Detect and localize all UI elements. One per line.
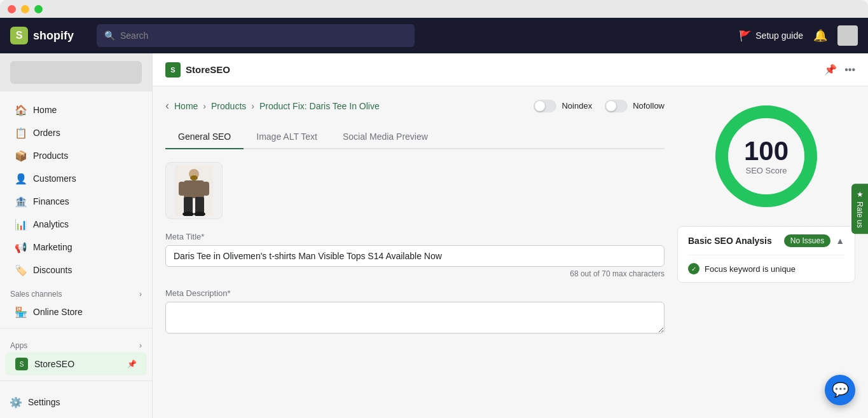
sidebar-item-finances[interactable]: 🏦 Finances bbox=[5, 191, 147, 212]
score-label: SEO Score bbox=[744, 166, 789, 175]
tab-image-alt-text[interactable]: Image ALT Text bbox=[244, 125, 330, 149]
meta-description-textarea[interactable] bbox=[165, 302, 665, 334]
maximize-btn[interactable] bbox=[34, 5, 43, 13]
sidebar-online-store-label: Online Store bbox=[33, 307, 83, 317]
seo-analysis-header: Basic SEO Analysis No Issues ▲ bbox=[688, 234, 844, 247]
app-badge: S StoreSEO bbox=[165, 62, 230, 78]
sidebar-item-storeseo[interactable]: S StoreSEO 📌 bbox=[5, 353, 147, 375]
meta-title-input[interactable] bbox=[165, 245, 665, 267]
top-navigation: S shopify 🔍 🚩 Setup guide 🔔 bbox=[0, 18, 868, 53]
nofollow-toggle-group: Nofollow bbox=[605, 100, 665, 112]
notifications-bell-icon[interactable]: 🔔 bbox=[813, 29, 827, 43]
score-number: 100 bbox=[744, 138, 789, 165]
breadcrumb-home[interactable]: Home bbox=[174, 101, 198, 111]
flag-icon: 🚩 bbox=[739, 30, 752, 42]
sidebar-item-home[interactable]: 🏠 Home bbox=[5, 99, 147, 121]
store-box bbox=[10, 61, 142, 84]
marketing-icon: 📢 bbox=[15, 241, 27, 253]
svg-rect-3 bbox=[184, 180, 204, 198]
sidebar-item-online-store[interactable]: 🏪 Online Store bbox=[5, 301, 147, 323]
svg-point-2 bbox=[190, 175, 198, 180]
sidebar-item-marketing[interactable]: 📢 Marketing bbox=[5, 236, 147, 258]
online-store-icon: 🏪 bbox=[15, 306, 27, 318]
setup-guide-button[interactable]: 🚩 Setup guide bbox=[739, 30, 803, 42]
nav-actions: 🚩 Setup guide 🔔 bbox=[739, 25, 858, 46]
shopify-logo-text: shopify bbox=[33, 29, 74, 43]
noindex-toggle-knob bbox=[535, 101, 545, 111]
breadcrumb-products[interactable]: Products bbox=[211, 101, 246, 111]
collapse-button[interactable]: ▲ bbox=[836, 236, 844, 246]
sidebar-footer: ⚙️ Settings bbox=[0, 381, 152, 418]
breadcrumb: ‹ Home › Products › Product Fix: Daris T… bbox=[165, 99, 665, 112]
storeseo-sidebar-icon: S bbox=[15, 358, 28, 370]
sidebar-home-label: Home bbox=[33, 105, 57, 115]
seo-analysis-title: Basic SEO Analysis bbox=[688, 236, 772, 246]
user-avatar[interactable] bbox=[837, 25, 858, 46]
apps-chevron-icon: › bbox=[139, 341, 142, 350]
search-bar[interactable]: 🔍 bbox=[97, 24, 415, 47]
focus-keyword-item: ✓ Focus keyword is unique bbox=[688, 255, 844, 274]
sidebar-settings-label: Settings bbox=[28, 397, 60, 407]
sidebar-finances-label: Finances bbox=[33, 196, 69, 206]
rate-us-label: Rate us bbox=[855, 201, 864, 227]
header-more-icon[interactable]: ••• bbox=[844, 64, 855, 76]
breadcrumb-controls: Noindex Nofollow bbox=[534, 100, 665, 112]
breadcrumb-current: Product Fix: Daris Tee In Olive bbox=[259, 101, 380, 111]
meta-description-group: Meta Description* bbox=[165, 288, 665, 335]
sidebar-item-settings[interactable]: ⚙️ Settings bbox=[10, 391, 142, 413]
sidebar-item-orders[interactable]: 📋 Orders bbox=[5, 122, 147, 144]
tab-general-seo[interactable]: General SEO bbox=[165, 125, 244, 149]
discounts-icon: 🏷️ bbox=[15, 264, 27, 276]
shopify-logo[interactable]: S shopify bbox=[10, 27, 86, 44]
meta-title-hint: 68 out of 70 max characters bbox=[165, 269, 665, 278]
tab-social-media-preview[interactable]: Social Media Preview bbox=[330, 125, 441, 149]
sidebar: 🏠 Home 📋 Orders 📦 Products 👤 Customers 🏦… bbox=[0, 53, 153, 418]
sidebar-item-customers[interactable]: 👤 Customers bbox=[5, 168, 147, 189]
breadcrumb-back-icon[interactable]: ‹ bbox=[165, 99, 169, 112]
nofollow-toggle[interactable] bbox=[605, 100, 628, 112]
content-body: ‹ Home › Products › Product Fix: Daris T… bbox=[153, 86, 868, 418]
sidebar-store-selector[interactable] bbox=[0, 53, 152, 91]
app-title: StoreSEO bbox=[186, 64, 230, 75]
breadcrumb-sep-2: › bbox=[251, 101, 254, 111]
search-input[interactable] bbox=[120, 30, 407, 41]
rate-us-button[interactable]: ★ Rate us bbox=[851, 184, 868, 234]
search-icon: 🔍 bbox=[104, 30, 115, 41]
sidebar-item-discounts[interactable]: 🏷️ Discounts bbox=[5, 259, 147, 281]
left-panel: ‹ Home › Products › Product Fix: Daris T… bbox=[165, 99, 665, 405]
nofollow-toggle-knob bbox=[606, 101, 616, 111]
sidebar-orders-label: Orders bbox=[33, 128, 60, 138]
svg-rect-4 bbox=[179, 182, 185, 196]
product-section bbox=[165, 162, 665, 219]
storeseo-header-icon: S bbox=[165, 62, 181, 78]
apps-section: Apps › S StoreSEO 📌 bbox=[0, 328, 152, 375]
window-chrome bbox=[0, 0, 868, 18]
sales-channels-section[interactable]: Sales channels › bbox=[0, 282, 152, 301]
svg-rect-5 bbox=[203, 182, 209, 196]
noindex-toggle[interactable] bbox=[534, 100, 556, 112]
seo-analysis-panel: Basic SEO Analysis No Issues ▲ ✓ Focus k… bbox=[677, 226, 855, 283]
sidebar-navigation: 🏠 Home 📋 Orders 📦 Products 👤 Customers 🏦… bbox=[0, 94, 152, 381]
sidebar-item-products[interactable]: 📦 Products bbox=[5, 145, 147, 166]
shopify-logo-icon: S bbox=[10, 27, 28, 44]
chat-button[interactable]: 💬 bbox=[825, 375, 855, 405]
right-panel: 100 SEO Score Basic SEO Analysis No Issu… bbox=[677, 99, 855, 405]
sidebar-item-analytics[interactable]: 📊 Analytics bbox=[5, 213, 147, 235]
minimize-btn[interactable] bbox=[21, 5, 29, 13]
nofollow-label: Nofollow bbox=[633, 101, 665, 111]
apps-label: Apps bbox=[10, 341, 27, 350]
products-icon: 📦 bbox=[15, 150, 27, 161]
noindex-toggle-group: Noindex bbox=[534, 100, 592, 112]
header-pin-icon[interactable]: 📌 bbox=[824, 64, 837, 76]
settings-icon: ⚙️ bbox=[10, 396, 22, 408]
seo-score-circle: 100 SEO Score bbox=[709, 99, 823, 213]
apps-section-title[interactable]: Apps › bbox=[0, 334, 152, 353]
meta-title-group: Meta Title* 68 out of 70 max characters bbox=[165, 232, 665, 278]
sales-channels-chevron-icon: › bbox=[139, 290, 142, 299]
close-btn[interactable] bbox=[8, 5, 16, 13]
header-actions: 📌 ••• bbox=[824, 64, 855, 76]
sidebar-marketing-label: Marketing bbox=[33, 242, 72, 252]
analytics-icon: 📊 bbox=[15, 219, 27, 230]
orders-icon: 📋 bbox=[15, 127, 27, 138]
content-area: S StoreSEO 📌 ••• ‹ Home › Products › Pro… bbox=[153, 53, 868, 418]
